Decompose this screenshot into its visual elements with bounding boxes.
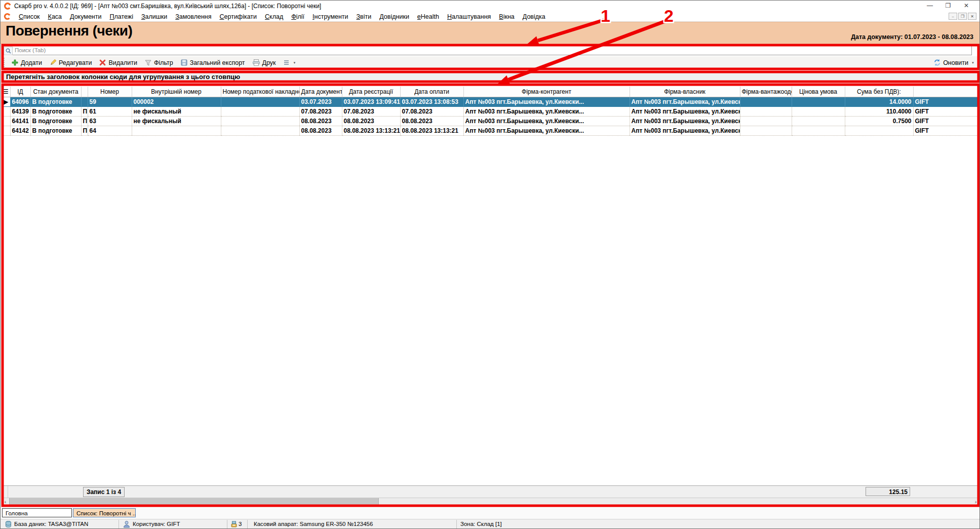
- grid-cell[interactable]: 59: [88, 97, 132, 106]
- column-header-1[interactable]: Стан документа: [30, 87, 81, 97]
- grid-cell[interactable]: [792, 116, 845, 126]
- grid-cell[interactable]: [740, 97, 792, 106]
- menu-item-9[interactable]: Інструменти: [308, 13, 352, 20]
- grid-cell[interactable]: 07.08.2023: [299, 106, 342, 116]
- grid-cell[interactable]: Апт №003 пгт.Барышевка, ул.Киевски...: [630, 116, 740, 126]
- grid-cell[interactable]: 08.08.2023 13:13:21: [342, 126, 400, 135]
- horizontal-scrollbar[interactable]: ‹ ›: [2, 498, 979, 506]
- grid-cell[interactable]: не фискальный: [132, 116, 221, 126]
- grid-cell[interactable]: Апт №003 пгт.Барышевка, ул.Киевски...: [463, 116, 630, 126]
- maximize-icon[interactable]: ❐: [939, 1, 957, 11]
- minimize-icon[interactable]: —: [921, 1, 939, 11]
- row-indicator[interactable]: [2, 106, 10, 116]
- grid-cell[interactable]: 64096: [10, 97, 30, 106]
- column-header-11[interactable]: Фірма-вантажоодерж...: [740, 87, 792, 97]
- menu-item-12[interactable]: eHealth: [413, 13, 443, 20]
- column-header-10[interactable]: Фірма-власник: [630, 87, 740, 97]
- grid-cell[interactable]: [845, 126, 913, 135]
- column-header-5[interactable]: Номер податкової накладної: [221, 87, 299, 97]
- column-header-14[interactable]: [913, 87, 980, 97]
- menu-item-13[interactable]: Налаштування: [443, 13, 495, 20]
- grid-cell[interactable]: Апт №003 пгт.Барышевка, ул.Киевски...: [463, 106, 630, 116]
- grid-cell[interactable]: 03.07.2023 13:09:41: [342, 97, 400, 106]
- menu-item-4[interactable]: Залишки: [137, 13, 171, 20]
- grid-cell[interactable]: П: [81, 126, 88, 135]
- menu-item-15[interactable]: Довідка: [519, 13, 550, 20]
- mdi-restore-icon[interactable]: ❐: [958, 13, 967, 20]
- menu-item-0[interactable]: Список: [15, 13, 44, 20]
- grid-cell[interactable]: В подготовке: [30, 106, 81, 116]
- grid-cell[interactable]: [221, 116, 299, 126]
- grid-cell[interactable]: [132, 126, 221, 135]
- grid-cell[interactable]: 110.4000: [845, 106, 913, 116]
- grid-cell[interactable]: [792, 126, 845, 135]
- menu-item-8[interactable]: Філії: [287, 13, 308, 20]
- grid-cell[interactable]: [792, 97, 845, 106]
- grid-cell[interactable]: Апт №003 пгт.Барышевка, ул.Киевски...: [630, 126, 740, 135]
- grid-cell[interactable]: GIFT: [913, 106, 980, 116]
- close-icon[interactable]: ✕: [957, 1, 975, 11]
- grid-cell[interactable]: 0.7500: [845, 116, 913, 126]
- grid-cell[interactable]: GIFT: [913, 97, 980, 106]
- grid-cell[interactable]: [792, 106, 845, 116]
- grid-cell[interactable]: 08.08.2023: [299, 126, 342, 135]
- grid-cell[interactable]: Апт №003 пгт.Барышевка, ул.Киевски...: [630, 106, 740, 116]
- column-header-0[interactable]: ІД: [10, 87, 30, 97]
- grid-cell[interactable]: В подготовке: [30, 116, 81, 126]
- grid-cell[interactable]: 03.07.2023 13:08:53: [400, 97, 463, 106]
- row-indicator[interactable]: [2, 126, 10, 135]
- grid-cell[interactable]: [740, 116, 792, 126]
- table-row[interactable]: 64139В подготовкеП61не фискальный07.08.2…: [2, 106, 980, 116]
- grid-cell[interactable]: 08.08.2023: [299, 116, 342, 126]
- column-header-4[interactable]: Внутрішній номер: [132, 87, 221, 97]
- grid-cell[interactable]: 08.08.2023 13:13:21: [400, 126, 463, 135]
- grid-cell[interactable]: П: [81, 106, 88, 116]
- grid-cell[interactable]: Апт №003 пгт.Барышевка, ул.Киевски...: [463, 126, 630, 135]
- grid-cell[interactable]: 64141: [10, 116, 30, 126]
- mdi-close-icon[interactable]: ✕: [968, 13, 976, 20]
- grid-cell[interactable]: [740, 106, 792, 116]
- grid-cell[interactable]: GIFT: [913, 126, 980, 135]
- grid-cell[interactable]: В подготовке: [30, 126, 81, 135]
- column-header-7[interactable]: Дата реєстрації: [342, 87, 400, 97]
- grid-cell[interactable]: 000002: [132, 97, 221, 106]
- grid-cell[interactable]: [221, 97, 299, 106]
- grid-cell[interactable]: [740, 126, 792, 135]
- print-button[interactable]: Друк: [249, 58, 280, 67]
- column-header-6[interactable]: Дата документу: [299, 87, 342, 97]
- row-indicator[interactable]: [2, 116, 10, 126]
- column-header-8[interactable]: Дата оплати: [400, 87, 463, 97]
- grid-cell[interactable]: 64139: [10, 106, 30, 116]
- grid-cell[interactable]: Апт №003 пгт.Барышевка, ул.Киевски...: [630, 97, 740, 106]
- tab-home[interactable]: Головна: [2, 508, 72, 517]
- column-header-12[interactable]: Цінова умова: [792, 87, 845, 97]
- export-button[interactable]: Загальний експорт: [177, 58, 249, 67]
- tab-return-checks[interactable]: Список: Поворотні ч ...: [73, 508, 136, 517]
- scroll-left-icon[interactable]: ‹: [2, 498, 9, 506]
- edit-button[interactable]: Редагувати: [46, 58, 95, 67]
- menu-item-2[interactable]: Документи: [66, 13, 105, 20]
- column-header-3[interactable]: Номер: [88, 87, 132, 97]
- grid-cell[interactable]: 64142: [10, 126, 30, 135]
- grid-cell[interactable]: 63: [88, 116, 132, 126]
- toolbar-grip[interactable]: [3, 58, 5, 67]
- menu-item-6[interactable]: Сертифікати: [216, 13, 261, 20]
- menu-item-7[interactable]: Склад: [261, 13, 287, 20]
- delete-button[interactable]: Видалити: [95, 58, 141, 67]
- grid-cell[interactable]: 08.08.2023: [400, 116, 463, 126]
- view-options-button[interactable]: ▼: [280, 58, 300, 67]
- grid-cell[interactable]: GIFT: [913, 116, 980, 126]
- grid-cell[interactable]: [221, 126, 299, 135]
- grid-cell[interactable]: 08.08.2023: [342, 116, 400, 126]
- menu-item-10[interactable]: Звіти: [352, 13, 376, 20]
- grid-cell[interactable]: 07.08.2023: [342, 106, 400, 116]
- menu-item-11[interactable]: Довідники: [375, 13, 413, 20]
- column-chooser-icon[interactable]: ☰: [2, 87, 10, 97]
- grid-cell[interactable]: 03.07.2023: [299, 97, 342, 106]
- grid-cell[interactable]: 14.0000: [845, 97, 913, 106]
- grid-cell[interactable]: 07.08.2023: [400, 106, 463, 116]
- menu-item-5[interactable]: Замовлення: [171, 13, 215, 20]
- scroll-right-icon[interactable]: ›: [972, 498, 979, 506]
- filter-button[interactable]: Фільтр: [141, 58, 177, 67]
- menu-item-1[interactable]: Каса: [44, 13, 66, 20]
